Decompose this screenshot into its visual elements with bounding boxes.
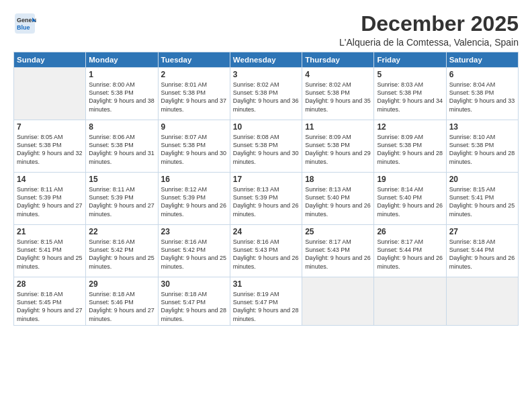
calendar-cell: 13Sunrise: 8:10 AMSunset: 5:38 PMDayligh… [446, 120, 518, 173]
day-number: 23 [161, 227, 227, 236]
day-info: Sunrise: 8:15 AMSunset: 5:41 PMDaylight:… [449, 185, 515, 218]
day-number: 7 [17, 122, 83, 132]
calendar-week-row: 1Sunrise: 8:00 AMSunset: 5:38 PMDaylight… [14, 68, 519, 120]
weekday-header: Saturday [446, 52, 518, 68]
day-number: 14 [17, 175, 83, 184]
calendar-cell: 25Sunrise: 8:17 AMSunset: 5:43 PMDayligh… [302, 225, 374, 277]
day-info: Sunrise: 8:14 AMSunset: 5:40 PMDaylight:… [377, 185, 443, 218]
day-info: Sunrise: 8:09 AMSunset: 5:38 PMDaylight:… [305, 133, 371, 166]
day-info: Sunrise: 8:18 AMSunset: 5:45 PMDaylight:… [17, 290, 83, 323]
day-info: Sunrise: 8:13 AMSunset: 5:40 PMDaylight:… [305, 185, 371, 218]
calendar-cell: 29Sunrise: 8:18 AMSunset: 5:46 PMDayligh… [86, 277, 158, 326]
calendar-cell: 3Sunrise: 8:02 AMSunset: 5:38 PMDaylight… [230, 68, 302, 120]
day-info: Sunrise: 8:12 AMSunset: 5:39 PMDaylight:… [161, 185, 227, 218]
calendar-cell [14, 68, 86, 120]
weekday-header: Tuesday [158, 52, 230, 68]
day-info: Sunrise: 8:16 AMSunset: 5:42 PMDaylight:… [161, 238, 227, 271]
day-info: Sunrise: 8:05 AMSunset: 5:38 PMDaylight:… [17, 133, 83, 166]
day-number: 30 [161, 279, 227, 289]
day-number: 22 [89, 227, 154, 236]
day-info: Sunrise: 8:17 AMSunset: 5:43 PMDaylight:… [305, 238, 371, 271]
calendar-cell: 23Sunrise: 8:16 AMSunset: 5:42 PMDayligh… [158, 225, 230, 277]
day-number: 19 [377, 175, 443, 184]
location-title: L'Alqueria de la Comtessa, Valencia, Spa… [339, 37, 519, 48]
day-number: 27 [449, 227, 515, 236]
weekday-header: Monday [86, 52, 158, 68]
calendar-cell: 5Sunrise: 8:03 AMSunset: 5:38 PMDaylight… [374, 68, 446, 120]
day-info: Sunrise: 8:02 AMSunset: 5:38 PMDaylight:… [233, 81, 299, 113]
logo: General Blue [13, 12, 36, 35]
day-number: 16 [161, 175, 227, 184]
title-block: December 2025 L'Alqueria de la Comtessa,… [339, 12, 519, 48]
calendar-cell [446, 277, 518, 326]
day-number: 12 [377, 122, 443, 132]
month-title: December 2025 [339, 12, 519, 36]
calendar-cell: 4Sunrise: 8:02 AMSunset: 5:38 PMDaylight… [302, 68, 374, 120]
calendar-cell: 30Sunrise: 8:18 AMSunset: 5:47 PMDayligh… [158, 277, 230, 326]
calendar-cell [374, 277, 446, 326]
calendar-cell: 6Sunrise: 8:04 AMSunset: 5:38 PMDaylight… [446, 68, 518, 120]
day-info: Sunrise: 8:11 AMSunset: 5:39 PMDaylight:… [17, 185, 83, 218]
day-number: 6 [449, 70, 515, 79]
day-info: Sunrise: 8:03 AMSunset: 5:38 PMDaylight:… [377, 81, 443, 113]
day-number: 24 [233, 227, 299, 236]
day-info: Sunrise: 8:00 AMSunset: 5:38 PMDaylight:… [89, 81, 154, 113]
day-info: Sunrise: 8:07 AMSunset: 5:38 PMDaylight:… [161, 133, 227, 166]
day-number: 21 [17, 227, 83, 236]
calendar-cell: 27Sunrise: 8:18 AMSunset: 5:44 PMDayligh… [446, 225, 518, 277]
day-number: 5 [377, 70, 443, 79]
day-info: Sunrise: 8:17 AMSunset: 5:44 PMDaylight:… [377, 238, 443, 271]
calendar-cell: 31Sunrise: 8:19 AMSunset: 5:47 PMDayligh… [230, 277, 302, 326]
day-number: 13 [449, 122, 515, 132]
logo-icon: General Blue [13, 12, 36, 35]
weekday-header: Thursday [302, 52, 374, 68]
calendar-cell: 7Sunrise: 8:05 AMSunset: 5:38 PMDaylight… [14, 120, 86, 173]
day-number: 28 [17, 279, 83, 289]
day-info: Sunrise: 8:18 AMSunset: 5:44 PMDaylight:… [449, 238, 515, 271]
calendar-cell: 19Sunrise: 8:14 AMSunset: 5:40 PMDayligh… [374, 173, 446, 225]
day-number: 9 [161, 122, 227, 132]
calendar-week-row: 21Sunrise: 8:15 AMSunset: 5:41 PMDayligh… [14, 225, 519, 277]
day-number: 17 [233, 175, 299, 184]
calendar-table: SundayMondayTuesdayWednesdayThursdayFrid… [13, 52, 519, 326]
calendar-week-row: 28Sunrise: 8:18 AMSunset: 5:45 PMDayligh… [14, 277, 519, 326]
day-info: Sunrise: 8:04 AMSunset: 5:38 PMDaylight:… [449, 81, 515, 113]
weekday-header: Sunday [14, 52, 86, 68]
weekday-header: Wednesday [230, 52, 302, 68]
calendar-cell: 1Sunrise: 8:00 AMSunset: 5:38 PMDaylight… [86, 68, 158, 120]
day-number: 25 [305, 227, 371, 236]
day-info: Sunrise: 8:15 AMSunset: 5:41 PMDaylight:… [17, 238, 83, 271]
day-info: Sunrise: 8:18 AMSunset: 5:47 PMDaylight:… [161, 290, 227, 323]
day-info: Sunrise: 8:19 AMSunset: 5:47 PMDaylight:… [233, 290, 299, 323]
day-info: Sunrise: 8:06 AMSunset: 5:38 PMDaylight:… [89, 133, 154, 166]
day-info: Sunrise: 8:11 AMSunset: 5:39 PMDaylight:… [89, 185, 154, 218]
calendar-cell: 28Sunrise: 8:18 AMSunset: 5:45 PMDayligh… [14, 277, 86, 326]
calendar-cell: 2Sunrise: 8:01 AMSunset: 5:38 PMDaylight… [158, 68, 230, 120]
svg-text:Blue: Blue [17, 24, 30, 31]
calendar-cell: 8Sunrise: 8:06 AMSunset: 5:38 PMDaylight… [86, 120, 158, 173]
day-info: Sunrise: 8:10 AMSunset: 5:38 PMDaylight:… [449, 133, 515, 166]
day-info: Sunrise: 8:09 AMSunset: 5:38 PMDaylight:… [377, 133, 443, 166]
calendar-cell: 16Sunrise: 8:12 AMSunset: 5:39 PMDayligh… [158, 173, 230, 225]
day-number: 1 [89, 70, 154, 79]
day-info: Sunrise: 8:08 AMSunset: 5:38 PMDaylight:… [233, 133, 299, 166]
day-number: 26 [377, 227, 443, 236]
calendar-cell: 20Sunrise: 8:15 AMSunset: 5:41 PMDayligh… [446, 173, 518, 225]
day-number: 15 [89, 175, 154, 184]
calendar-cell: 15Sunrise: 8:11 AMSunset: 5:39 PMDayligh… [86, 173, 158, 225]
day-number: 31 [233, 279, 299, 289]
day-number: 29 [89, 279, 154, 289]
calendar-cell: 24Sunrise: 8:16 AMSunset: 5:43 PMDayligh… [230, 225, 302, 277]
day-number: 11 [305, 122, 371, 132]
day-number: 10 [233, 122, 299, 132]
calendar-cell: 11Sunrise: 8:09 AMSunset: 5:38 PMDayligh… [302, 120, 374, 173]
calendar-week-row: 7Sunrise: 8:05 AMSunset: 5:38 PMDaylight… [14, 120, 519, 173]
calendar-week-row: 14Sunrise: 8:11 AMSunset: 5:39 PMDayligh… [14, 173, 519, 225]
day-number: 4 [305, 70, 371, 79]
day-info: Sunrise: 8:16 AMSunset: 5:42 PMDaylight:… [89, 238, 154, 271]
calendar-cell: 26Sunrise: 8:17 AMSunset: 5:44 PMDayligh… [374, 225, 446, 277]
weekday-header: Friday [374, 52, 446, 68]
day-info: Sunrise: 8:02 AMSunset: 5:38 PMDaylight:… [305, 81, 371, 113]
day-number: 18 [305, 175, 371, 184]
calendar-header-row: SundayMondayTuesdayWednesdayThursdayFrid… [14, 52, 519, 68]
